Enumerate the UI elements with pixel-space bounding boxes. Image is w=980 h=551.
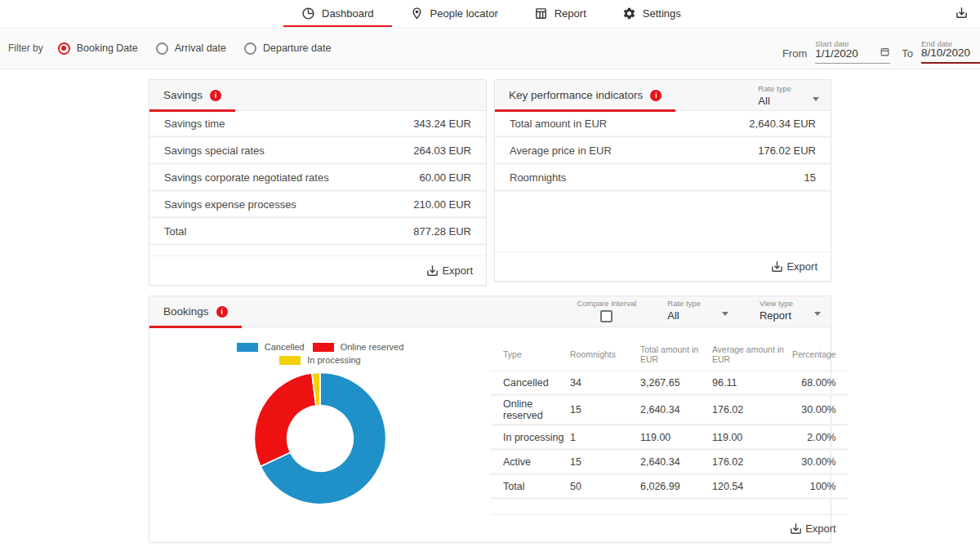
location-pin-icon (410, 7, 424, 20)
end-date-value[interactable]: 8/10/2020 (921, 47, 970, 59)
download-icon (770, 260, 784, 273)
end-date-label: End date (921, 39, 952, 48)
kpi-export-button[interactable]: Export (495, 251, 831, 281)
bookings-rate-type-dropdown[interactable]: Rate type All (667, 299, 728, 322)
radio-button[interactable] (156, 42, 168, 55)
nav-tabs: Dashboard People locator Report Settings (283, 0, 699, 27)
download-icon[interactable] (955, 6, 969, 23)
table-icon (534, 7, 548, 20)
table-row: In processing 1 119.00 119.00 2.00% (491, 426, 848, 451)
radio-booking-date[interactable]: Booking Date (58, 42, 138, 55)
bookings-table: Type Roomnights Total amount in EUR Aver… (491, 337, 848, 542)
chart-legend: Cancelled Online reserved In processing (237, 342, 404, 365)
tab-label: Dashboard (322, 7, 374, 20)
radio-label: Booking Date (77, 42, 138, 54)
gear-icon (622, 7, 636, 20)
rate-type-label: Rate type (667, 299, 701, 308)
compare-interval-control: Compare Interval (577, 299, 636, 322)
bookings-donut-chart (252, 370, 389, 510)
start-date-value[interactable]: 1/1/2020 (815, 47, 858, 60)
start-date-field[interactable]: Start date 1/1/2020 (815, 34, 890, 64)
kpi-row: Roomnights15 (495, 165, 831, 192)
savings-row: Savings expense processes210.00 EUR (149, 192, 486, 219)
info-icon[interactable]: i (216, 306, 228, 318)
tab-dashboard[interactable]: Dashboard (283, 0, 392, 27)
bookings-export-button[interactable]: Export (491, 514, 848, 542)
radio-button[interactable] (244, 42, 256, 55)
from-label: From (782, 39, 807, 60)
radio-label: Departure date (263, 42, 331, 54)
rate-type-value[interactable]: All (667, 309, 701, 322)
tab-report[interactable]: Report (516, 0, 604, 27)
download-icon (789, 522, 803, 535)
legend-item-online-reserved: Online reserved (313, 342, 404, 352)
savings-row: Savings special rates264.03 EUR (149, 138, 486, 165)
tab-settings[interactable]: Settings (604, 0, 699, 27)
savings-panel-title: Savings i (149, 80, 235, 111)
donut-slice-online-reserved (254, 373, 316, 466)
tab-people-locator[interactable]: People locator (392, 0, 516, 27)
radio-label: Arrival date (175, 42, 226, 54)
savings-row: Savings corporate negotiated rates60.00 … (149, 165, 486, 192)
legend-item-cancelled: Cancelled (237, 342, 305, 352)
view-type-value[interactable]: Report (760, 309, 793, 322)
table-row: Active 15 2,640.34 176.02 30.00% (491, 451, 848, 475)
compare-interval-label: Compare Interval (577, 299, 636, 308)
legend-swatch (237, 343, 258, 352)
to-label: To (902, 39, 913, 60)
bookings-panel: Bookings i Compare Interval Rate type Al… (149, 295, 831, 543)
tab-label: People locator (430, 7, 498, 20)
savings-panel: Savings i Savings time343.24 EUR Savings… (149, 79, 487, 286)
chevron-down-icon[interactable] (814, 312, 821, 316)
start-date-label: Start date (815, 39, 849, 48)
info-icon[interactable]: i (210, 90, 221, 101)
savings-total-row: Total877.28 EUR (149, 219, 486, 246)
view-type-dropdown[interactable]: View type Report (760, 299, 821, 322)
bookings-panel-title: Bookings i (149, 296, 242, 327)
chevron-down-icon[interactable] (813, 97, 819, 101)
compare-interval-checkbox[interactable] (600, 310, 612, 322)
table-header-row: Type Roomnights Total amount in EUR Aver… (491, 337, 848, 371)
table-total-row: Total 50 6,026.99 120.54 100% (491, 475, 848, 500)
pie-chart-icon (301, 7, 315, 20)
legend-swatch (313, 343, 334, 352)
table-row: Cancelled 34 3,267.65 96.11 68.00% (491, 371, 848, 396)
tab-label: Report (555, 7, 586, 20)
kpi-panel-title: Key performance indicators i (495, 80, 675, 111)
savings-row: Savings time343.24 EUR (149, 111, 486, 138)
top-navigation: Dashboard People locator Report Settings (0, 0, 980, 27)
rate-type-label: Rate type (758, 84, 791, 93)
savings-export-button[interactable]: Export (149, 256, 486, 285)
radio-arrival-date[interactable]: Arrival date (156, 42, 226, 55)
legend-item-in-processing: In processing (279, 355, 360, 365)
tab-label: Settings (643, 7, 681, 20)
radio-button-selected[interactable] (58, 42, 70, 55)
rate-type-value[interactable]: All (758, 95, 791, 107)
legend-swatch (279, 356, 301, 365)
kpi-rate-type-dropdown[interactable]: Rate type All (758, 84, 819, 107)
download-icon (425, 264, 439, 278)
calendar-icon[interactable] (880, 47, 890, 60)
kpi-row: Total amount in EUR2,640.34 EUR (495, 111, 831, 138)
bookings-chart-area: Cancelled Online reserved In processing (149, 337, 491, 542)
kpi-panel: Key performance indicators i Rate type A… (494, 79, 831, 282)
view-type-label: View type (760, 299, 793, 308)
filter-bar: Filter by Booking Date Arrival date Depa… (0, 27, 980, 69)
radio-departure-date[interactable]: Departure date (244, 42, 331, 55)
filter-by-label: Filter by (8, 42, 43, 54)
chevron-down-icon[interactable] (722, 312, 728, 316)
end-date-field[interactable]: End date 8/10/2020 (921, 34, 980, 64)
info-icon[interactable]: i (650, 90, 662, 101)
kpi-row: Average price in EUR176.02 EUR (495, 138, 831, 165)
table-row: Online reserved 15 2,640.34 176.02 30.00… (491, 396, 848, 426)
date-range: From Start date 1/1/2020 To End date 8/1… (782, 28, 980, 70)
